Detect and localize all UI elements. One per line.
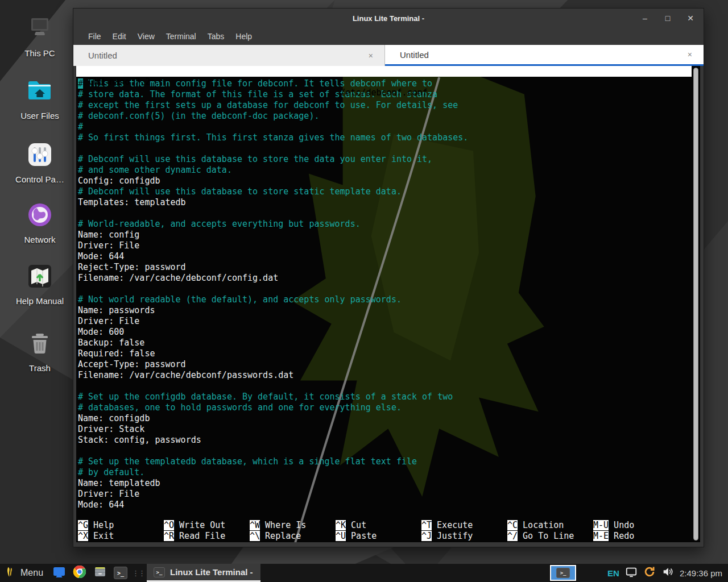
launcher-workspace[interactable] xyxy=(52,566,67,580)
keyboard-layout-indicator[interactable]: EN xyxy=(607,568,619,578)
home-folder-icon xyxy=(26,77,53,107)
terminal-icon: >_ xyxy=(556,568,570,578)
shortcut-location: ^C Location xyxy=(507,520,593,531)
editor-line: Mode: 600 xyxy=(76,327,692,338)
editor-line: # by default. xyxy=(76,467,692,478)
nano-version: GNU nano 7.2 xyxy=(89,77,150,88)
minimize-button[interactable]: – xyxy=(640,14,650,23)
desktop-icon-this-pc[interactable]: This PC xyxy=(5,15,75,58)
editor-line: # Not world readable (the default), and … xyxy=(76,294,692,305)
terminal-window: Linux Lite Terminal - – □ ✕ File Edit Vi… xyxy=(73,8,704,547)
maximize-button[interactable]: □ xyxy=(663,14,673,23)
trash-icon xyxy=(26,330,53,359)
window-titlebar[interactable]: Linux Lite Terminal - – □ ✕ xyxy=(73,9,704,28)
tab-close-icon[interactable]: × xyxy=(365,50,377,61)
editor-line: # World-readable, and accepts everything… xyxy=(76,219,692,230)
nano-filename: /etc/debconf.conf xyxy=(76,88,692,98)
updates-icon[interactable] xyxy=(643,566,656,580)
shortcut-key: ^O xyxy=(164,520,174,530)
tab-bar: Untitled × Untitled × xyxy=(73,45,704,66)
desktop-icon-control-panel[interactable]: Control Pa… xyxy=(5,141,75,184)
launcher-terminal[interactable]: >_ xyxy=(113,566,128,580)
menu-file[interactable]: File xyxy=(82,30,107,43)
terminal-pane: GNU nano 7.2 /etc/debconf.conf # This is… xyxy=(76,66,700,542)
tab-close-icon[interactable]: × xyxy=(684,49,696,60)
editor-line: Filename: /var/cache/debconf/config.dat xyxy=(76,273,692,284)
desktop-icon-network[interactable]: Network xyxy=(5,201,75,244)
shortcut-redo: M-E Redo xyxy=(593,531,692,542)
terminal-screen[interactable]: GNU nano 7.2 /etc/debconf.conf # This is… xyxy=(76,66,692,542)
window-title: Linux Lite Terminal - xyxy=(353,14,424,23)
globe-icon xyxy=(26,201,53,231)
taskbar-window-button[interactable]: >_ Linux Lite Terminal - xyxy=(147,564,260,582)
desktop-icon-label: Help Manual xyxy=(16,296,64,306)
launcher-file-manager[interactable] xyxy=(93,566,107,580)
desktop-icon-user-files[interactable]: User Files xyxy=(5,77,75,120)
editor-line: Config: configdb xyxy=(76,176,692,186)
shortcut-key: M-E xyxy=(593,531,609,541)
shortcut-key: ^T xyxy=(421,520,432,530)
system-tray: EN 2:49:36 pm xyxy=(607,566,728,580)
desktop-icon-label: Control Pa… xyxy=(15,174,64,184)
launcher-chrome[interactable] xyxy=(72,566,87,580)
shortcut-key: M-U xyxy=(593,520,609,530)
window-switcher-preview[interactable]: >_ xyxy=(549,564,577,581)
editor-line: # and some other dynamic data. xyxy=(76,165,692,176)
menu-terminal[interactable]: Terminal xyxy=(160,30,202,43)
menu-edit[interactable]: Edit xyxy=(107,30,132,43)
shortcut-justify: ^J Justify xyxy=(421,531,507,542)
menu-view[interactable]: View xyxy=(132,30,160,43)
nano-shortcuts: ^G Help^O Write Out^W Where Is^K Cut^T E… xyxy=(78,520,692,542)
shortcut-key: ^R xyxy=(164,531,174,541)
editor-line: Name: templatedb xyxy=(76,478,692,489)
shortcut-key: ^C xyxy=(507,520,518,530)
clock[interactable]: 2:49:36 pm xyxy=(680,568,722,578)
close-button[interactable]: ✕ xyxy=(685,14,696,23)
display-icon[interactable] xyxy=(625,566,638,580)
shortcut-cut: ^K Cut xyxy=(336,520,421,531)
tab-untitled-1[interactable]: Untitled × xyxy=(73,45,385,66)
shortcut-paste: ^U Paste xyxy=(336,531,421,542)
editor-line: # databases, one to hold passwords and o… xyxy=(76,402,692,413)
editor-line: Mode: 644 xyxy=(76,500,692,510)
tab-label: Untitled xyxy=(400,50,684,60)
tab-untitled-2[interactable]: Untitled × xyxy=(385,45,704,66)
shortcut-undo: M-U Undo xyxy=(593,520,692,531)
computer-icon xyxy=(26,15,53,44)
editor-line: # xyxy=(76,122,692,132)
editor-line: Stack: config, passwords xyxy=(76,435,692,446)
desktop-icon-help-manual[interactable]: Help Manual xyxy=(5,263,75,306)
editor-lines: # This is the main config file for debco… xyxy=(76,78,692,510)
shortcut-row: ^X Exit^R Read File^\ Replace^U Paste^J … xyxy=(78,531,692,542)
editor-line: # Debconf will use this database to stor… xyxy=(76,154,692,165)
desktop-icon-label: This PC xyxy=(24,48,55,58)
terminal-scrollbar[interactable] xyxy=(692,66,700,542)
editor-line: Driver: File xyxy=(76,240,692,251)
editor-line xyxy=(76,143,692,154)
editor-line: Name: config xyxy=(76,230,692,240)
shortcut-key: ^/ xyxy=(507,531,518,541)
blue-window-icon xyxy=(52,565,66,581)
shortcut-write-out: ^O Write Out xyxy=(164,520,250,531)
chrome-icon xyxy=(73,565,86,581)
menu-help[interactable]: Help xyxy=(230,30,258,43)
start-menu-button[interactable]: Menu xyxy=(0,564,49,582)
editor-line xyxy=(76,446,692,456)
scrollbar-thumb[interactable] xyxy=(693,68,698,541)
editor-line: Driver: Stack xyxy=(76,424,692,435)
shortcut-replace: ^\ Replace xyxy=(250,531,336,542)
editor-line: Name: passwords xyxy=(76,305,692,316)
linux-lite-logo-icon xyxy=(5,565,16,581)
editor-line: Filename: /var/cache/debconf/passwords.d… xyxy=(76,370,692,381)
shortcut-row: ^G Help^O Write Out^W Where Is^K Cut^T E… xyxy=(78,520,692,531)
menu-tabs[interactable]: Tabs xyxy=(202,30,230,43)
editor-line: # debconf.conf(5) (in the debconf-doc pa… xyxy=(76,111,692,122)
taskbar-window-label: Linux Lite Terminal - xyxy=(170,567,253,577)
editor-line xyxy=(76,208,692,219)
shortcut-key: ^G xyxy=(78,520,88,530)
desktop-icon-trash[interactable]: Trash xyxy=(5,330,75,373)
editor-line: Templates: templatedb xyxy=(76,197,692,208)
editor-line: # Debconf will use this database to stor… xyxy=(76,186,692,197)
volume-icon[interactable] xyxy=(661,566,674,580)
editor-line: Required: false xyxy=(76,348,692,359)
